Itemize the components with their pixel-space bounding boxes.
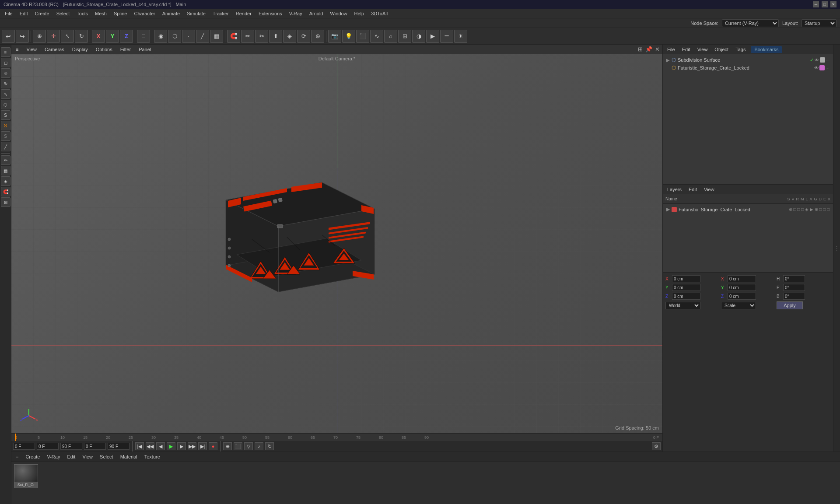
lamp-btn[interactable]: ☀	[454, 30, 467, 43]
key-mode-button[interactable]: ⊕	[223, 442, 232, 450]
prev-frame-button[interactable]: ◀◀	[146, 442, 154, 450]
om-crate-color[interactable]	[819, 65, 825, 70]
om-color-swatch[interactable]	[820, 57, 825, 63]
prev-keyframe-button[interactable]: ◀	[156, 442, 165, 450]
om-menu-view[interactable]: View	[696, 46, 710, 53]
menu-file[interactable]: File	[2, 10, 16, 17]
coord-scale-select[interactable]: Scale	[721, 302, 756, 309]
loop-button[interactable]: ↻	[265, 442, 274, 450]
sidebar-s2[interactable]: S	[1, 121, 10, 130]
menu-window[interactable]: Window	[327, 10, 350, 17]
live-select-button[interactable]: ⊕	[33, 30, 46, 43]
poly-mode[interactable]: ▦	[210, 30, 223, 43]
cam-btn[interactable]: 📷	[328, 30, 341, 43]
knife-btn[interactable]: ✂	[255, 30, 268, 43]
frame-end-input[interactable]	[60, 443, 82, 450]
om-menu-file[interactable]: File	[665, 46, 677, 53]
close-button[interactable]: ✕	[830, 1, 836, 7]
menu-character[interactable]: Character	[131, 10, 158, 17]
coord-p-input[interactable]	[783, 284, 805, 291]
preview-end-input[interactable]	[108, 443, 130, 450]
sidebar-rotate[interactable]: ↻	[1, 79, 10, 88]
vp-cameras[interactable]: Cameras	[43, 46, 66, 53]
loop-btn[interactable]: ⟳	[297, 30, 310, 43]
y-axis-button[interactable]: Y	[106, 30, 119, 43]
frame-start-input[interactable]	[13, 443, 35, 450]
mat-material[interactable]: Material	[119, 453, 139, 460]
mat-toggle[interactable]: ≡	[14, 453, 20, 460]
deform-btn[interactable]: ⌂	[384, 30, 397, 43]
frame-current-input[interactable]	[37, 443, 59, 450]
menu-extensions[interactable]: Extensions	[256, 10, 285, 17]
sidebar-move[interactable]: ⊕	[1, 68, 10, 78]
goto-end-button[interactable]: ▶|	[198, 442, 207, 450]
coord-world-select[interactable]: World	[665, 302, 700, 309]
minimize-button[interactable]: ─	[813, 1, 819, 7]
floor-btn[interactable]: ═	[440, 30, 453, 43]
vp-panel[interactable]: Panel	[137, 46, 153, 53]
sidebar-selection[interactable]: ◻	[1, 58, 10, 67]
menu-animate[interactable]: Animate	[159, 10, 183, 17]
next-frame-button[interactable]: ▶▶	[188, 442, 196, 450]
om-visible-icon[interactable]: 👁	[815, 58, 819, 63]
record-button[interactable]: ●	[209, 442, 217, 450]
mat-create[interactable]: Create	[24, 453, 42, 460]
om-crate-visible-icon[interactable]: 👁	[814, 66, 819, 70]
viewport-canvas[interactable]: Perspective Default Camera:* Grid Spacin…	[11, 54, 662, 433]
mat-edit[interactable]: Edit	[65, 453, 77, 460]
layout-select[interactable]: Startup	[802, 19, 836, 27]
scale-button[interactable]: ⤡	[61, 30, 74, 43]
menu-simulate[interactable]: Simulate	[184, 10, 209, 17]
menu-3dtoall[interactable]: 3DToAll	[368, 10, 391, 17]
menu-arnold[interactable]: Arnold	[306, 10, 326, 17]
lp-menu-view[interactable]: View	[702, 186, 716, 193]
vp-icon-expand[interactable]: ⊞	[638, 46, 643, 52]
auto-key-button[interactable]: ⬛	[234, 442, 242, 450]
mat-vray[interactable]: V-Ray	[45, 453, 62, 460]
material-btn[interactable]: ◑	[412, 30, 425, 43]
coord-h-input[interactable]	[783, 275, 805, 282]
redo-button[interactable]: ↪	[16, 30, 29, 43]
menu-spline[interactable]: Spline	[111, 10, 130, 17]
undo-button[interactable]: ↩	[2, 30, 15, 43]
weld-btn[interactable]: ⊕	[311, 30, 324, 43]
goto-start-button[interactable]: |◀	[135, 442, 144, 450]
node-space-select[interactable]: Current (V-Ray)	[722, 19, 779, 27]
menu-mesh[interactable]: Mesh	[92, 10, 110, 17]
maximize-button[interactable]: □	[822, 1, 828, 7]
om-menu-edit[interactable]: Edit	[680, 46, 692, 53]
menu-create[interactable]: Create	[32, 10, 52, 17]
vp-filter[interactable]: Filter	[119, 46, 133, 53]
menu-edit[interactable]: Edit	[17, 10, 31, 17]
brush-btn[interactable]: ✏	[241, 30, 254, 43]
bevel-btn[interactable]: ◈	[283, 30, 296, 43]
sidebar-s3[interactable]: S	[1, 131, 10, 141]
timeline-ruler[interactable]: 0 5 10 15 20 25 30 35 40 45 50 55 60 65	[11, 434, 662, 441]
sidebar-paint[interactable]: ▦	[1, 166, 10, 175]
vp-view[interactable]: View	[24, 46, 38, 53]
vp-icon-close[interactable]: ✕	[655, 46, 660, 52]
sidebar-stamp[interactable]: ◈	[1, 176, 10, 186]
sidebar-tool-1[interactable]: ≡	[1, 47, 10, 57]
vp-options[interactable]: Options	[94, 46, 114, 53]
crate-3d-object[interactable]	[200, 165, 383, 322]
om-menu-object[interactable]: Object	[713, 46, 730, 53]
sidebar-magnet[interactable]: 🧲	[1, 187, 10, 196]
sidebar-s1[interactable]: S	[1, 110, 10, 120]
motion-path-button[interactable]: ▽	[244, 442, 253, 450]
sidebar-brush[interactable]: ✏	[1, 155, 10, 165]
obj-mode[interactable]: ⬡	[168, 30, 181, 43]
mat-select[interactable]: Select	[98, 453, 115, 460]
coord-sx-input[interactable]	[728, 275, 756, 282]
om-item-subdivision[interactable]: ▶ ⬡ Subdivision Surface ✓ 👁 ···	[665, 56, 831, 64]
rotate-button[interactable]: ↻	[75, 30, 88, 43]
om-check-icon[interactable]: ✓	[810, 57, 814, 63]
apply-button[interactable]: Apply	[777, 301, 803, 309]
pt-mode[interactable]: ·	[182, 30, 195, 43]
extrude-btn[interactable]: ⬆	[269, 30, 282, 43]
z-axis-button[interactable]: Z	[120, 30, 133, 43]
window-controls[interactable]: ─ □ ✕	[813, 1, 836, 7]
vp-display[interactable]: Display	[70, 46, 90, 53]
array-btn[interactable]: ⊞	[398, 30, 411, 43]
coord-x-input[interactable]	[672, 275, 700, 282]
